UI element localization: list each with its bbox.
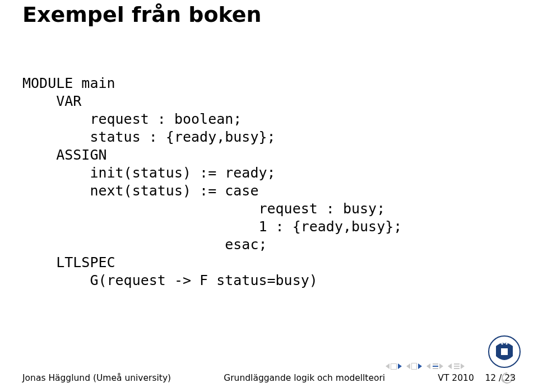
code-line: status : {ready,busy};: [22, 129, 276, 145]
nav-next-subsection[interactable]: [448, 363, 465, 369]
svg-rect-1: [501, 348, 508, 355]
footer-page-number: 12 / 23: [485, 373, 516, 383]
svg-point-4: [503, 342, 505, 343]
slide-title: Exempel från boken: [22, 0, 516, 27]
triangle-right-icon: [418, 363, 422, 369]
triangle-left-icon: [426, 363, 430, 369]
triangle-left-icon: [448, 363, 452, 369]
code-line: VAR: [22, 93, 81, 109]
triangle-right-icon: [398, 363, 402, 369]
nav-prev-section[interactable]: [406, 363, 422, 370]
slide: Exempel från boken MODULE main VAR reque…: [0, 0, 538, 392]
code-line: request : boolean;: [22, 111, 242, 127]
code-line: G(request -> F status=busy): [22, 272, 318, 288]
nav-prev-subsection[interactable]: [426, 363, 443, 369]
slide-footer: Jonas Hägglund (Umeå university) Grundlä…: [22, 373, 516, 383]
doc-icon: [411, 363, 417, 370]
footer-author: Jonas Hägglund (Umeå university): [22, 373, 171, 383]
code-block: MODULE main VAR request : boolean; statu…: [22, 74, 516, 290]
svg-point-3: [505, 343, 507, 344]
code-line: ASSIGN: [22, 147, 107, 163]
code-line: MODULE main: [22, 75, 115, 91]
box-icon: [391, 363, 397, 370]
footer-page: VT 2010 12 / 23: [438, 373, 516, 383]
beamer-navbar: [385, 363, 465, 370]
code-line: esac;: [22, 236, 267, 253]
triangle-left-icon: [386, 363, 389, 369]
footer-course: Grundläggande logik och modellteori: [171, 373, 438, 383]
code-line: request : busy;: [22, 200, 385, 217]
footer-term: VT 2010: [438, 373, 474, 383]
nav-prev-slide[interactable]: [386, 363, 402, 370]
code-line: init(status) := ready;: [22, 165, 276, 181]
triangle-left-icon: [406, 363, 410, 369]
lines-icon: [454, 363, 460, 369]
triangle-right-icon: [439, 363, 443, 369]
svg-point-2: [501, 343, 503, 344]
lines-icon: [433, 363, 438, 369]
code-line: next(status) := case: [22, 183, 258, 199]
code-line: LTLSPEC: [22, 254, 115, 270]
triangle-right-icon: [461, 363, 465, 369]
umea-university-logo: [488, 335, 521, 368]
code-line: 1 : {ready,busy};: [22, 218, 402, 235]
